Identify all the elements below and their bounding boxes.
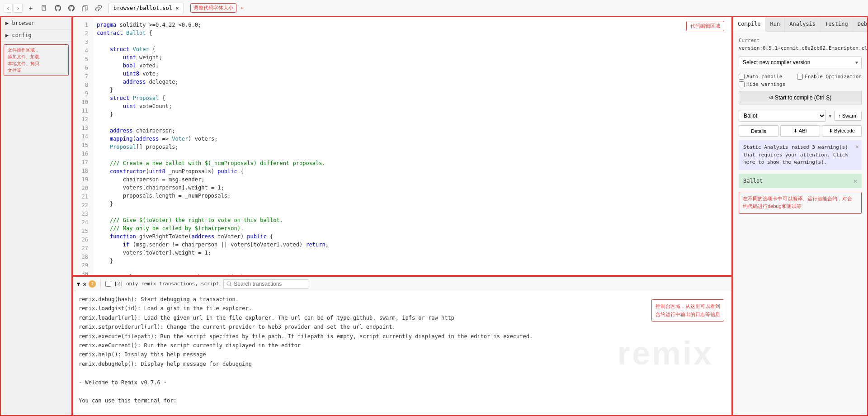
sidebar-browser-label: ▶ browser (5, 20, 35, 26)
details-button[interactable]: Details (739, 125, 778, 137)
svg-rect-4 (82, 7, 86, 11)
console-checkbox[interactable] (105, 281, 111, 287)
svg-line-6 (230, 285, 231, 286)
transactions-label: [2] only remix transactions, script (114, 281, 219, 287)
console-line (79, 387, 726, 396)
console: ▼ ◎ 2 [2] only remix transactions, scrip… (72, 276, 732, 416)
compiler-select-section: Select new compiler version ▼ (739, 57, 862, 68)
console-line (79, 369, 726, 378)
new-file-icon[interactable]: + (25, 3, 36, 14)
tab-testing[interactable]: Testing (821, 17, 853, 32)
ballot-label: Ballot (743, 178, 763, 184)
hide-warnings-label: Hide warnings (746, 81, 785, 87)
console-line: remix.help(): Display this help message (79, 350, 726, 359)
abi-btn-label: ⬇ ABI (793, 128, 807, 134)
github2-icon[interactable] (66, 3, 77, 14)
copy-icon[interactable] (80, 3, 90, 14)
toolbar: ‹ › + browser/ballot.sol ✕ 调整代码字体大小 ← (0, 0, 868, 16)
console-ban-icon[interactable]: ◎ (83, 281, 86, 287)
code-content[interactable]: pragma solidity >=0.4.22 <0.6.0; contrac… (91, 17, 731, 275)
github-icon[interactable] (52, 3, 63, 14)
enable-optimization-checkbox[interactable] (797, 74, 803, 80)
console-line: remix.execute(filepath): Run the script … (79, 332, 726, 341)
auto-compile-checkbox[interactable] (739, 74, 745, 80)
console-line: You can use this terminal for: (79, 396, 726, 405)
details-btn-label: Details (751, 128, 766, 134)
auto-compile-label: Auto compile (746, 74, 782, 80)
nav-back-btn[interactable]: ‹ (4, 4, 13, 13)
code-editor[interactable]: 代码编辑区域 12345 678910 1112131415 161718192… (72, 16, 732, 276)
swarm-button[interactable]: ↑ Swarm (834, 111, 862, 121)
compiler-select[interactable]: Select new compiler version (739, 57, 862, 68)
console-line: remix.debugHelp(): Display help message … (79, 359, 726, 369)
ballot-close-btn[interactable]: ✕ (854, 177, 857, 184)
swarm-btn-label: ↑ Swarm (838, 113, 858, 118)
sidebar-annotation: 文件操作区域，添加文件、加载本地文件、拷贝文件等 (4, 44, 69, 76)
toolbar-arrow: ← (241, 5, 244, 11)
console-line: remix.exeCurrent(): Run the script curre… (79, 341, 726, 350)
tab-run[interactable]: Run (766, 17, 785, 32)
main-area: ▶ browser ▶ config 文件操作区域，添加文件、加载本地文件、拷贝… (0, 16, 868, 416)
bytecode-button[interactable]: ⬇ Bytecode (822, 125, 862, 137)
version-text: version:0.5.1+commit.c8a2cb62.Emscripten… (739, 45, 862, 51)
link-icon[interactable] (93, 3, 104, 14)
console-line (79, 406, 726, 415)
console-line: remix.loadgist(id): Load a gist in the f… (79, 304, 726, 313)
warning-box[interactable]: Static Analysis raised 3 warning(s) that… (739, 140, 862, 170)
current-label: Current (739, 38, 862, 43)
editor-panel: 代码编辑区域 12345 678910 1112131415 161718192… (72, 16, 732, 416)
console-output[interactable]: remix.debug(hash): Start debugging a tra… (73, 291, 731, 415)
tab-analysis[interactable]: Analysis (785, 17, 821, 32)
console-line: remix.setproviderurl(url): Change the cu… (79, 322, 726, 331)
abi-button[interactable]: ⬇ ABI (780, 125, 820, 137)
tab-debugger[interactable]: Debugger (853, 17, 868, 32)
console-badge: 2 (89, 280, 96, 288)
tab-compile[interactable]: Compile (733, 17, 766, 32)
contract-select[interactable]: Ballot (739, 110, 826, 122)
compile-options-section: Auto compile Enable Optimization Hide wa… (739, 74, 862, 104)
contract-select-arrow: ▼ (829, 113, 831, 118)
enable-optimization-label: Enable Optimization (805, 74, 862, 80)
sidebar-config[interactable]: ▶ config (1, 29, 71, 42)
console-line: remix.debug(hash): Start debugging a tra… (79, 295, 726, 304)
contract-row: Ballot ▼ ↑ Swarm (739, 110, 862, 122)
file-tab-label: browser/ballot.sol (113, 5, 172, 11)
sidebar-browser[interactable]: ▶ browser (1, 17, 71, 29)
right-panel: Compile Run Analysis Testing Debugger Se… (732, 16, 868, 416)
compile-button[interactable]: ↺ Start to compile (Ctrl-S) (739, 91, 862, 104)
sidebar: ▶ browser ▶ config 文件操作区域，添加文件、加载本地文件、拷贝… (0, 16, 72, 416)
sidebar-config-label: ▶ config (5, 32, 32, 38)
search-input[interactable] (234, 281, 306, 287)
ballot-box: Ballot ✕ (739, 174, 862, 188)
console-search[interactable] (223, 279, 309, 288)
warning-text: Static Analysis raised 3 warning(s) that… (743, 144, 848, 165)
file-icon[interactable] (39, 3, 50, 14)
hide-warnings-checkbox[interactable] (739, 81, 745, 87)
nav-forward-btn[interactable]: › (14, 4, 23, 13)
right-annotation: 在不同的选项卡中可以编译、运行智能合约，对合约代码进行debug和测试等 (739, 192, 862, 214)
file-tab[interactable]: browser/ballot.sol ✕ (108, 3, 184, 13)
console-line: • Checking transactions details and star… (79, 415, 726, 415)
console-line: - Welcome to Remix v0.7.6 - (79, 378, 726, 387)
warning-close-btn[interactable]: ✕ (855, 142, 859, 151)
bytecode-btn-label: ⬇ Bytecode (829, 128, 855, 134)
toolbar-annotation: 调整代码字体大小 (190, 3, 236, 13)
right-content: Current version:0.5.1+commit.c8a2cb62.Em… (733, 32, 867, 415)
console-expand-icon[interactable]: ▼ (77, 281, 80, 287)
compile-btn-label: ↺ Start to compile (Ctrl-S) (769, 95, 832, 101)
right-tabs: Compile Run Analysis Testing Debugger Se… (733, 17, 867, 32)
console-line: remix.loadurl(url): Load the given url i… (79, 313, 726, 322)
current-version-section: Current version:0.5.1+commit.c8a2cb62.Em… (739, 38, 862, 51)
svg-point-5 (227, 282, 231, 285)
line-numbers: 12345 678910 1112131415 1617181920 21222… (73, 17, 91, 275)
console-toolbar: ▼ ◎ 2 [2] only remix transactions, scrip… (73, 277, 731, 291)
action-buttons: Details ⬇ ABI ⬇ Bytecode (739, 125, 862, 137)
